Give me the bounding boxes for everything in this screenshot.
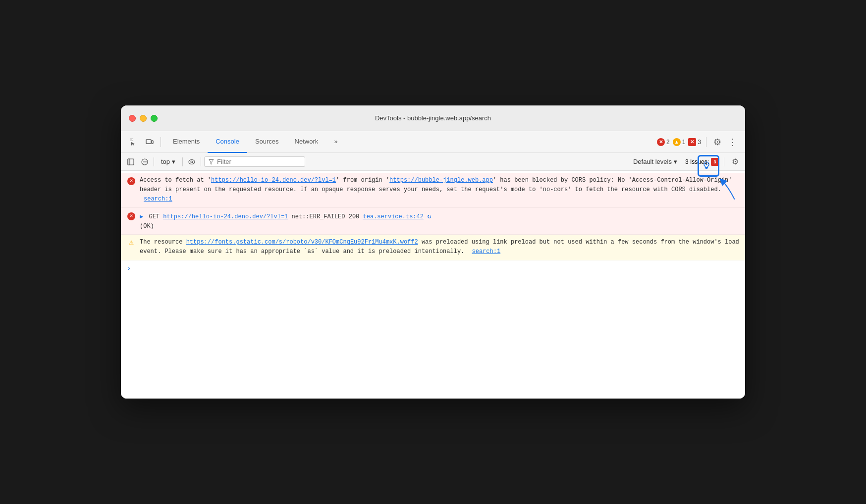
cors-error-text: Access to fetch at 'https://hello-io-24.… (140, 176, 739, 204)
error-entry-icon-1: ✕ (127, 177, 136, 186)
tab-sources[interactable]: Sources (247, 131, 287, 153)
traffic-lights (129, 115, 158, 122)
replay-icon[interactable]: ↻ (427, 212, 431, 220)
ct-divider-2 (182, 157, 183, 166)
eye-icon[interactable] (186, 156, 198, 168)
tea-service-link[interactable]: tea.service.ts:42 (363, 213, 424, 220)
console-entry-preload-warning: ⚠ The resource https://fonts.gstatic.com… (121, 235, 745, 260)
svg-rect-6 (128, 159, 130, 165)
tab-toolbar: Elements Console Sources Network » ✕ 2 (121, 131, 745, 153)
filter-icon (209, 159, 214, 165)
get-error-text: ▶ GET https://hello-io-24.deno.dev/?lvl=… (140, 211, 739, 232)
ai-insights-button[interactable] (696, 155, 717, 177)
inspect-cursor-icon[interactable] (127, 135, 141, 149)
console-entry-get-error: ✕ ▶ GET https://hello-io-24.deno.dev/?lv… (121, 208, 745, 235)
filter-input-wrap (204, 156, 305, 167)
ct-divider-4 (724, 157, 724, 166)
svg-rect-13 (705, 168, 707, 169)
title-bar: DevTools - bubble-jingle.web.app/search (121, 105, 745, 131)
error-badge-group: ✕ 2 ▲ 1 ✕ 3 (657, 138, 701, 146)
context-selector[interactable]: top ▾ (157, 157, 179, 166)
svg-rect-2 (130, 141, 133, 141)
warning-entry-icon: ⚠ (127, 239, 136, 248)
filter-input[interactable] (217, 158, 301, 165)
maximize-button[interactable] (151, 115, 158, 122)
devtools-window: DevTools - bubble-jingle.web.app/search … (121, 105, 745, 399)
issues-badge[interactable]: ✕ 3 (688, 138, 701, 146)
ct-divider-1 (154, 157, 154, 166)
toolbar-divider-1 (161, 137, 161, 147)
console-prompt[interactable]: › (121, 260, 745, 276)
console-content: ✕ Access to fetch at 'https://hello-io-2… (121, 171, 745, 399)
more-menu-icon[interactable]: ⋮ (726, 135, 739, 150)
toolbar-right: ✕ 2 ▲ 1 ✕ 3 ⚙ ⋮ (657, 135, 739, 150)
get-url-link[interactable]: https://hello-io-24.deno.dev/?lvl=1 (163, 213, 288, 220)
svg-rect-0 (130, 139, 133, 139)
settings-icon[interactable]: ⚙ (711, 135, 723, 150)
clear-console-icon[interactable] (139, 156, 151, 168)
origin-link[interactable]: https://bubble-jingle.web.app (389, 177, 493, 184)
tab-network[interactable]: Network (287, 131, 326, 153)
svg-marker-11 (209, 159, 214, 164)
toolbar-divider-2 (706, 137, 706, 147)
svg-rect-12 (705, 167, 708, 168)
window-title: DevTools - bubble-jingle.web.app/search (375, 114, 491, 122)
svg-rect-4 (152, 141, 153, 144)
lightbulb-icon (702, 161, 711, 171)
minimize-button[interactable] (140, 115, 147, 122)
tab-nav: Elements Console Sources Network » (165, 131, 655, 153)
svg-rect-1 (130, 140, 132, 140)
svg-point-9 (189, 159, 195, 164)
tab-elements[interactable]: Elements (165, 131, 208, 153)
preload-warning-source[interactable]: search:1 (472, 248, 501, 255)
tab-console[interactable]: Console (208, 131, 247, 153)
font-url-link[interactable]: https://fonts.gstatic.com/s/roboto/v30/K… (186, 239, 418, 246)
sidebar-toggle-icon[interactable] (125, 156, 137, 168)
issues-icon: ✕ (688, 138, 696, 146)
svg-point-10 (191, 161, 193, 163)
ct-divider-3 (201, 157, 201, 166)
console-toolbar-right: Default levels ▾ 3 Issues: 3 ⚙ (629, 156, 741, 168)
close-button[interactable] (129, 115, 136, 122)
console-entry-cors-error: ✕ Access to fetch at 'https://hello-io-2… (121, 173, 745, 208)
expand-button[interactable]: ▶ (140, 213, 143, 220)
warning-badge[interactable]: ▲ 1 (673, 138, 686, 146)
svg-rect-3 (146, 140, 151, 144)
tab-more[interactable]: » (326, 131, 345, 153)
console-toolbar: top ▾ Default levels ▾ (121, 153, 745, 171)
prompt-caret: › (127, 264, 131, 272)
console-toolbar-left: top ▾ (125, 156, 305, 168)
preload-warning-text: The resource https://fonts.gstatic.com/s… (140, 238, 739, 256)
cors-url-link[interactable]: https://hello-io-24.deno.dev/?lvl=1 (211, 177, 336, 184)
cors-error-source[interactable]: search:1 (144, 196, 172, 202)
error-badge[interactable]: ✕ 2 (657, 138, 670, 146)
warning-icon: ▲ (673, 138, 681, 146)
default-levels-button[interactable]: Default levels ▾ (629, 157, 681, 166)
device-toggle-icon[interactable] (143, 135, 157, 149)
error-entry-icon-2: ✕ (127, 212, 136, 221)
error-icon: ✕ (657, 138, 665, 146)
console-settings-icon[interactable]: ⚙ (729, 156, 741, 168)
